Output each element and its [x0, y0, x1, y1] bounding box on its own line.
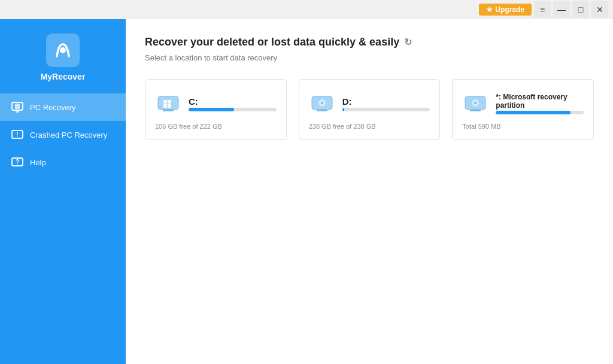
- drives-grid: C: 106 GB free of 222 GB: [145, 79, 594, 140]
- drive-c-letter: C:: [189, 96, 277, 107]
- svg-text:!: !: [16, 131, 18, 138]
- drive-c-icon: [155, 90, 181, 117]
- drive-c-header: C:: [155, 90, 277, 117]
- svg-rect-17: [163, 110, 174, 111]
- app-body: MyRecover PC Recovery !: [0, 19, 613, 364]
- minimize-icon: —: [557, 5, 566, 14]
- drive-recovery-info: *: Microsoft recovery partition: [496, 93, 584, 114]
- minimize-button[interactable]: —: [553, 1, 570, 18]
- title-bar: ★ Upgrade ≡ — □ ✕: [0, 0, 613, 19]
- logo-area: MyRecover: [41, 19, 86, 93]
- svg-point-21: [321, 102, 323, 104]
- svg-rect-22: [317, 110, 327, 111]
- app-name: MyRecover: [41, 72, 86, 81]
- page-title: Recover your deleted or lost data quickl…: [145, 36, 594, 48]
- sidebar-item-help-label: Help: [30, 158, 46, 167]
- upgrade-label: Upgrade: [495, 5, 524, 14]
- svg-point-1: [60, 47, 66, 53]
- drive-recovery-header: *: Microsoft recovery partition: [462, 90, 584, 117]
- maximize-button[interactable]: □: [572, 1, 589, 18]
- drive-card-recovery[interactable]: *: Microsoft recovery partition Total 59…: [452, 79, 594, 140]
- sidebar-item-crashed-label: Crashed PC Recovery: [30, 131, 107, 139]
- drive-d-space: 238 GB free of 238 GB: [309, 123, 430, 130]
- drive-c-progress-fill: [189, 108, 234, 111]
- drive-recovery-progress-fill: [496, 111, 570, 114]
- svg-rect-13: [163, 100, 167, 104]
- drive-recovery-letter: *: Microsoft recovery partition: [496, 93, 584, 110]
- maximize-icon: □: [578, 5, 583, 14]
- drive-d-letter: D:: [342, 96, 430, 107]
- drive-recovery-progress-bg: [496, 111, 584, 114]
- app-logo: [46, 34, 80, 67]
- main-content: Recover your deleted or lost data quickl…: [126, 19, 613, 364]
- menu-icon: ≡: [540, 5, 545, 14]
- page-subtitle: Select a location to start data recovery: [145, 53, 594, 62]
- question-icon: ?: [11, 156, 24, 169]
- upgrade-star-icon: ★: [486, 5, 493, 14]
- refresh-icon[interactable]: ↻: [404, 37, 412, 48]
- drive-card-d[interactable]: D: 238 GB free of 238 GB: [299, 79, 441, 140]
- svg-rect-27: [470, 110, 481, 111]
- drive-d-progress-bg: [342, 108, 430, 111]
- menu-button[interactable]: ≡: [534, 1, 551, 18]
- drive-c-progress-bg: [189, 108, 277, 111]
- drive-card-c[interactable]: C: 106 GB free of 222 GB: [145, 79, 287, 140]
- drive-c-info: C:: [189, 96, 277, 111]
- drive-d-info: D:: [342, 96, 430, 111]
- exclamation-icon: !: [11, 128, 24, 141]
- close-icon: ✕: [596, 5, 603, 14]
- svg-rect-14: [168, 100, 171, 104]
- svg-point-26: [474, 102, 477, 104]
- svg-rect-3: [15, 104, 20, 109]
- drive-d-icon: [309, 90, 335, 117]
- drive-d-header: D:: [309, 90, 430, 117]
- drive-recovery-icon: [462, 90, 488, 117]
- sidebar-item-help[interactable]: ? Help: [0, 148, 126, 176]
- svg-rect-16: [168, 104, 171, 108]
- upgrade-button[interactable]: ★ Upgrade: [479, 4, 532, 16]
- sidebar-item-pc-recovery[interactable]: PC Recovery: [0, 93, 126, 121]
- drive-c-space: 106 GB free of 222 GB: [155, 123, 277, 130]
- sidebar-item-crashed-pc-recovery[interactable]: ! Crashed PC Recovery: [0, 121, 126, 148]
- svg-rect-15: [163, 104, 167, 108]
- sidebar-item-pc-recovery-label: PC Recovery: [30, 103, 76, 112]
- drive-recovery-space: Total 590 MB: [462, 123, 584, 130]
- sidebar: MyRecover PC Recovery !: [0, 19, 126, 364]
- drive-d-progress-fill: [342, 108, 344, 111]
- close-button[interactable]: ✕: [591, 1, 608, 18]
- svg-text:?: ?: [16, 159, 19, 165]
- monitor-icon: [11, 101, 24, 114]
